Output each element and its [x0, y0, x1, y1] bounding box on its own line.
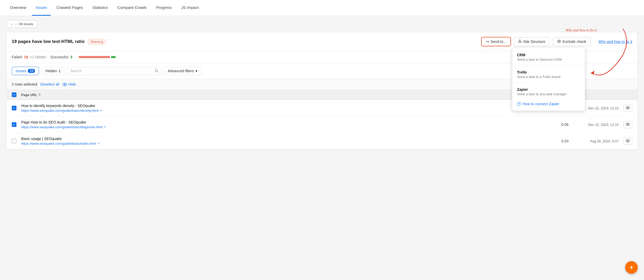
- checkbox-2[interactable]: ✓: [12, 122, 16, 127]
- failed-progress-bar: [79, 56, 110, 58]
- failed-count: 19: [24, 55, 28, 59]
- header-checkbox-cell: —: [12, 92, 18, 97]
- nav-statistics[interactable]: Statistics: [89, 0, 112, 16]
- row-checkbox-1[interactable]: ✓: [12, 106, 18, 110]
- svg-point-17: [626, 139, 630, 142]
- nav-progress[interactable]: Progress: [152, 0, 175, 16]
- failed-stat: Failed: 19 +1 hidden: [12, 55, 46, 59]
- row-date-2: Dec 22, 2023, 12:10: [572, 123, 619, 127]
- send-icon: ↪: [486, 40, 489, 44]
- why-fix-link[interactable]: Why and how to fix it: [599, 40, 632, 44]
- row-url-3: Basic usage | SEOquake https://www.seoqu…: [21, 137, 544, 145]
- back-button[interactable]: ← ← All issues: [6, 20, 37, 28]
- successful-label: Successful:: [50, 55, 69, 59]
- send-to-dropdown: CRM Send a task to Semrush CRM Trello Se…: [512, 47, 585, 111]
- selection-text: 2 rows selected: [12, 82, 37, 86]
- eye-button-1[interactable]: [623, 105, 632, 112]
- row-checkbox-2[interactable]: ✓: [12, 122, 18, 127]
- checkmark-icon: ✓: [13, 106, 15, 110]
- nav-crawled-pages[interactable]: Crawled Pages: [53, 0, 87, 16]
- eye-button-2[interactable]: [623, 121, 632, 128]
- row-action-3: [622, 138, 632, 145]
- svg-rect-2: [520, 42, 521, 43]
- connect-zapier-label: How to connect Zapier: [523, 102, 559, 106]
- svg-point-12: [64, 84, 65, 85]
- site-structure-button[interactable]: Site Structure: [514, 37, 550, 46]
- back-arrow-icon: ←: [10, 22, 14, 26]
- svg-rect-0: [519, 40, 520, 41]
- url-column-header[interactable]: Page URL ⇅: [21, 93, 544, 97]
- dropdown-zapier[interactable]: Zapier Send a task to any task manager: [512, 84, 585, 99]
- search-wrap: [67, 67, 161, 75]
- svg-rect-1: [518, 42, 519, 43]
- issues-count-badge: 19: [28, 69, 35, 73]
- advanced-filters-button[interactable]: Advanced filters ▾: [164, 67, 201, 75]
- hide-button[interactable]: Hide: [62, 82, 76, 86]
- crm-desc: Send a task to Semrush CRM: [517, 58, 580, 61]
- row-link-3[interactable]: https://www.seoquake.com/guide/basic/ind…: [21, 142, 544, 145]
- progress-bars: [79, 56, 116, 58]
- hidden-tab-label: Hidden: [45, 69, 57, 73]
- row-checkbox-3[interactable]: [12, 139, 18, 143]
- crm-title: CRM: [517, 53, 580, 57]
- svg-point-16: [627, 124, 629, 125]
- advanced-filters-label: Advanced filters: [168, 69, 194, 73]
- successful-count: 3: [70, 55, 72, 59]
- url-column-label: Page URL: [21, 93, 37, 97]
- trello-desc: Send a task to a Trello board: [517, 75, 580, 79]
- hidden-tab-count: 1: [59, 69, 61, 73]
- chevron-down-icon: ▾: [196, 69, 197, 73]
- svg-point-14: [627, 107, 629, 108]
- failed-label: Failed:: [12, 55, 23, 59]
- dropdown-crm[interactable]: CRM Send a task to Semrush CRM: [512, 50, 585, 65]
- svg-line-10: [157, 71, 158, 72]
- hidden-tab[interactable]: Hidden 1: [42, 67, 65, 75]
- site-structure-label: Site Structure: [523, 40, 545, 44]
- row-action-2: [622, 121, 632, 128]
- row-action-1: [622, 105, 632, 112]
- card-title: 19 pages have low text-HTML ratio Warnin…: [12, 39, 106, 45]
- issues-tab[interactable]: Issues 19: [12, 67, 39, 75]
- eye-icon: [557, 40, 561, 44]
- url-text-3: https://www.seoquake.com/guide/basic/ind…: [21, 142, 96, 145]
- search-icon: [155, 69, 158, 73]
- hide-label: Hide: [68, 82, 76, 86]
- url-text-1: https://www.seoquake.com/guide/basic/den…: [21, 109, 99, 113]
- row-title-3: Basic usage | SEOquake: [21, 137, 544, 141]
- deselect-all-button[interactable]: Deselect all: [40, 82, 59, 86]
- main-card: 19 pages have low text-HTML ratio Warnin…: [6, 32, 638, 150]
- checkmark-icon-2: ✓: [13, 123, 15, 126]
- zapier-title: Zapier: [517, 87, 580, 92]
- checkbox-1[interactable]: ✓: [12, 106, 16, 110]
- checkbox-3[interactable]: [12, 139, 16, 143]
- dropdown-trello[interactable]: Trello Send a task to a Trello board: [512, 67, 585, 82]
- send-to-button[interactable]: ↪ Send to...: [481, 37, 511, 46]
- search-input[interactable]: [70, 69, 153, 73]
- table-row: ✓ Page How to do SEO Audit - SEOquake ht…: [7, 116, 637, 133]
- nav-js-impact[interactable]: JS Impact: [177, 0, 202, 16]
- nav-compare-crawls[interactable]: Compare Crawls: [114, 0, 151, 16]
- connect-zapier-link[interactable]: ? How to connect Zapier: [512, 99, 585, 109]
- svg-text:Why and how to fix it: Why and how to fix it: [566, 28, 597, 32]
- row-title-1: How to identify keywords density - SEOqu…: [21, 104, 544, 108]
- question-icon: ?: [517, 102, 521, 106]
- svg-point-13: [626, 107, 630, 109]
- exclude-check-button[interactable]: Exclude check: [553, 37, 591, 46]
- row-value-2: 0.06: [548, 122, 568, 127]
- send-to-label: Send to...: [491, 40, 506, 44]
- select-all-checkbox[interactable]: —: [12, 92, 16, 97]
- warning-badge: Warning: [88, 39, 106, 45]
- row-link-2[interactable]: https://www.seoquake.com/guide/basic/dia…: [21, 125, 544, 129]
- nav-bar: Overview Issues Crawled Pages Statistics…: [0, 0, 644, 16]
- svg-point-7: [557, 40, 561, 43]
- row-date-3: Aug 28, 2020, 5:37: [572, 139, 619, 143]
- row-title-2: Page How to do SEO Audit - SEOquake: [21, 120, 544, 124]
- issues-tab-label: Issues: [16, 69, 26, 73]
- row-link-1[interactable]: https://www.seoquake.com/guide/basic/den…: [21, 109, 544, 113]
- nav-issues[interactable]: Issues: [32, 0, 51, 16]
- dropdown-divider-2: [512, 83, 585, 83]
- header-actions: ↪ Send to... Site Structure: [481, 37, 632, 46]
- trello-title: Trello: [517, 70, 580, 74]
- eye-button-3[interactable]: [623, 138, 632, 145]
- nav-overview[interactable]: Overview: [6, 0, 30, 16]
